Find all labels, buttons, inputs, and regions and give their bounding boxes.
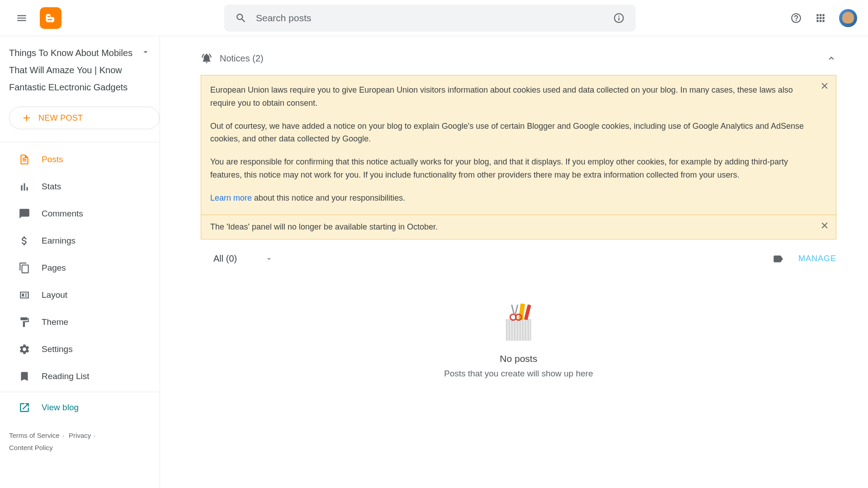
sidebar-item-comments[interactable]: Comments xyxy=(0,200,160,227)
bell-icon xyxy=(201,52,212,64)
pages-icon xyxy=(18,262,31,274)
content-policy-link[interactable]: Content Policy xyxy=(9,444,53,451)
sidebar-item-label: Comments xyxy=(42,209,83,219)
sidebar-item-label: Settings xyxy=(42,344,73,354)
filter-selected-label: All (0) xyxy=(213,253,237,264)
close-icon xyxy=(820,221,830,230)
sidebar-item-layout[interactable]: Layout xyxy=(0,282,160,309)
plus-icon xyxy=(21,113,32,123)
search-bar[interactable] xyxy=(224,5,636,32)
main-content: Notices (2) European Union laws require … xyxy=(160,36,868,488)
notice-ideas-panel: The 'Ideas' panel will no longer be avai… xyxy=(201,215,836,239)
hamburger-menu-button[interactable] xyxy=(11,7,33,29)
caret-down-icon xyxy=(141,47,151,57)
sidebar-item-posts[interactable]: Posts xyxy=(0,146,160,173)
apps-grid-icon xyxy=(815,12,826,24)
label-button[interactable] xyxy=(772,253,784,265)
chevron-up-icon xyxy=(826,53,836,63)
notices-panel: European Union laws require you to give … xyxy=(201,75,836,239)
sidebar: Things To Know About Mobiles That Will A… xyxy=(0,36,160,488)
sidebar-item-label: Theme xyxy=(42,317,68,327)
blog-title: Things To Know About Mobiles That Will A… xyxy=(9,44,141,96)
posts-icon xyxy=(18,154,31,165)
sidebar-item-stats[interactable]: Stats xyxy=(0,173,160,200)
notice-paragraph: You are responsible for confirming that … xyxy=(210,155,809,182)
sidebar-item-label: Layout xyxy=(42,290,67,300)
search-input[interactable] xyxy=(256,13,613,23)
empty-state: No posts Posts that you create will show… xyxy=(201,319,836,379)
manage-labels-link[interactable]: MANAGE xyxy=(798,254,836,263)
sidebar-item-pages[interactable]: Pages xyxy=(0,254,160,282)
hamburger-icon xyxy=(16,12,28,24)
posts-filter-dropdown[interactable]: All (0) xyxy=(213,253,274,264)
sidebar-item-settings[interactable]: Settings xyxy=(0,336,160,363)
view-blog-label: View blog xyxy=(42,403,79,413)
search-info-button[interactable] xyxy=(613,12,625,24)
notice-tail: about this notice and your responsibilit… xyxy=(252,193,405,202)
blogger-logo[interactable] xyxy=(40,7,61,29)
notices-label: Notices (2) xyxy=(220,53,264,64)
open-in-new-icon xyxy=(18,402,31,413)
notice-eu-cookies: European Union laws require you to give … xyxy=(201,75,836,215)
sidebar-item-label: Earnings xyxy=(42,236,75,246)
notice-paragraph: Out of courtesy, we have added a notice … xyxy=(210,120,809,146)
sidebar-item-theme[interactable]: Theme xyxy=(0,309,160,336)
sidebar-item-label: Pages xyxy=(42,263,66,273)
empty-illustration xyxy=(506,319,531,341)
view-blog-link[interactable]: View blog xyxy=(0,394,160,421)
info-icon xyxy=(613,12,625,24)
notice-paragraph: European Union laws require you to give … xyxy=(210,84,809,110)
sidebar-item-reading-list[interactable]: Reading List xyxy=(0,363,160,390)
privacy-link[interactable]: Privacy xyxy=(69,432,91,439)
account-avatar[interactable] xyxy=(839,9,857,27)
new-post-label: NEW POST xyxy=(38,113,83,123)
notice-text: The 'Ideas' panel will no longer be avai… xyxy=(210,222,438,231)
terms-link[interactable]: Terms of Service xyxy=(9,432,60,439)
google-apps-button[interactable] xyxy=(815,12,826,24)
new-post-button[interactable]: NEW POST xyxy=(9,107,160,129)
settings-icon xyxy=(18,343,31,355)
caret-down-icon xyxy=(264,254,274,264)
notice-paragraph: Learn more about this notice and your re… xyxy=(210,192,809,205)
blogger-logo-icon xyxy=(44,12,57,24)
sidebar-item-label: Reading List xyxy=(42,371,90,381)
sidebar-footer: Terms of Service· Privacy· Content Polic… xyxy=(0,421,160,462)
sidebar-item-label: Posts xyxy=(42,155,63,164)
learn-more-link[interactable]: Learn more xyxy=(210,193,252,202)
help-button[interactable] xyxy=(790,12,802,24)
notices-toggle[interactable]: Notices (2) xyxy=(201,52,836,64)
help-icon xyxy=(790,12,802,24)
blog-selector[interactable]: Things To Know About Mobiles That Will A… xyxy=(0,44,160,96)
dismiss-notice-button[interactable] xyxy=(820,221,830,230)
theme-icon xyxy=(18,316,31,328)
earnings-icon xyxy=(18,235,31,247)
search-icon xyxy=(235,12,247,24)
comments-icon xyxy=(18,208,31,220)
label-icon xyxy=(772,253,784,265)
empty-title: No posts xyxy=(500,353,538,364)
close-icon xyxy=(820,81,830,91)
stats-icon xyxy=(18,181,31,192)
sidebar-item-label: Stats xyxy=(42,182,61,192)
bookmark-icon xyxy=(18,371,31,382)
empty-subtitle: Posts that you create will show up here xyxy=(444,369,593,379)
dismiss-notice-button[interactable] xyxy=(820,81,830,91)
layout-icon xyxy=(18,289,31,301)
sidebar-item-earnings[interactable]: Earnings xyxy=(0,227,160,254)
